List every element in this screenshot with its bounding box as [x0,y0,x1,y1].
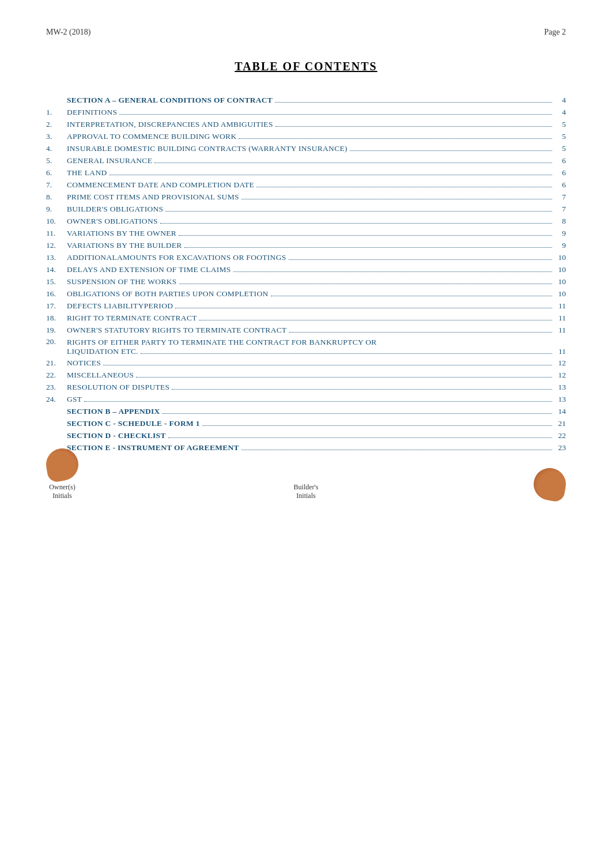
toc-item-15[interactable]: 15. SUSPENSION OF THE WORKS10 [46,276,566,288]
toc-item-16[interactable]: 16. OBLIGATIONS OF BOTH PARTIES UPON COM… [46,288,566,300]
toc-item-8[interactable]: 8. PRIME COST ITEMS AND PROVISIONAL SUMS… [46,191,566,203]
toc-item-18[interactable]: 18. RIGHT TO TERMINATE CONTRACT11 [46,312,566,324]
toc-item-17[interactable]: 17. DEFECTS LIABILITYPERIOD11 [46,300,566,312]
toc-item-10[interactable]: 10. OWNER'S OBLIGATIONS8 [46,215,566,227]
footer-builder-label-center: Builder's Initials [294,481,319,500]
toc-item-19[interactable]: 19. OWNER'S STATUTORY RIGHTS TO TERMINAT… [46,324,566,336]
toc-item-9[interactable]: 9. BUILDER'S OBLIGATIONS7 [46,203,566,215]
toc-section-a[interactable]: SECTION A – GENERAL CONDITIONS OF CONTRA… [46,94,566,106]
builder-initials-label: Builder's Initials [294,483,319,500]
toc-item-3[interactable]: 3. APPROVAL TO COMMENCE BUILDING WORK5 [46,130,566,142]
page-title: TABLE OF CONTENTS [46,60,566,73]
toc-item-24[interactable]: 24. GST13 [46,394,566,406]
toc-item-21[interactable]: 21. NOTICES12 [46,357,566,369]
owner-initials-label: Owner(s) Initials [49,483,75,500]
toc-item-20[interactable]: 20. RIGHTS OF EITHER PARTY TO TERMINATE … [46,336,566,357]
toc-section-b[interactable]: SECTION B – APPENDIX14 [46,406,566,418]
toc-section-c[interactable]: SECTION C - SCHEDULE - FORM 121 [46,418,566,430]
toc-item-2[interactable]: 2. INTERPRETATION, DISCREPANCIES AND AMB… [46,118,566,130]
toc-item-12[interactable]: 12. VARIATIONS BY THE BUILDER9 [46,239,566,251]
toc-item-5[interactable]: 5. GENERAL INSURANCE6 [46,154,566,167]
owner-logo-icon [44,446,81,483]
footer-builder [534,468,566,500]
builder-logo-icon [531,465,569,503]
toc-item-1[interactable]: 1. DEFINITIONS4 [46,106,566,118]
toc-item-11[interactable]: 11. VARIATIONS BY THE OWNER9 [46,227,566,239]
toc-section-d[interactable]: SECTION D - CHECKLIST22 [46,430,566,442]
toc-item-6[interactable]: 6. THE LAND6 [46,167,566,179]
page-footer: Owner(s) Initials Builder's Initials [0,448,612,500]
page-header: MW-2 (2018) Page 2 [46,28,566,37]
toc-item-13[interactable]: 13. ADDITIONALAMOUNTS FOR EXCAVATIONS OR… [46,251,566,263]
toc-item-14[interactable]: 14. DELAYS AND EXTENSION OF TIME CLAIMS1… [46,263,566,276]
toc-item-23[interactable]: 23. RESOLUTION OF DISPUTES13 [46,382,566,394]
page-container: MW-2 (2018) Page 2 TABLE OF CONTENTS SEC… [0,0,612,523]
toc-table: SECTION A – GENERAL CONDITIONS OF CONTRA… [46,94,566,454]
toc-item-4[interactable]: 4. INSURABLE DOMESTIC BUILDING CONTRACTS… [46,142,566,154]
toc-item-7[interactable]: 7. COMMENCEMENT DATE AND COMPLETION DATE… [46,179,566,191]
page-number: Page 2 [544,28,566,37]
doc-id: MW-2 (2018) [46,28,90,37]
toc-item-20-text: RIGHTS OF EITHER PARTY TO TERMINATE THE … [67,338,566,347]
toc-item-22[interactable]: 22. MISCELLANEOUS12 [46,369,566,382]
footer-owner: Owner(s) Initials [46,448,78,500]
